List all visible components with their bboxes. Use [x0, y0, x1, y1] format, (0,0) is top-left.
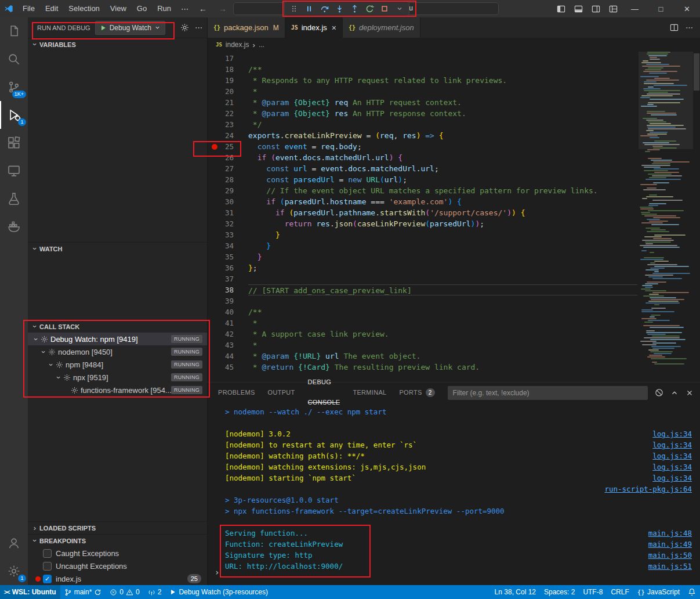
- git-branch-status[interactable]: main*: [60, 585, 106, 599]
- tab-terminal[interactable]: TERMINAL: [353, 383, 386, 403]
- debug-session-status[interactable]: Debug Watch (3p-resources): [165, 585, 272, 599]
- code-line[interactable]: 30 if (parsedUrl.hostname === 'example.c…: [208, 196, 700, 207]
- code-line[interactable]: 36};: [208, 262, 700, 273]
- tab-ports[interactable]: PORTS2: [399, 383, 434, 403]
- code-line[interactable]: 27 const url = event.docs.matchedUrl.url…: [208, 163, 700, 174]
- code-line[interactable]: 24exports.createLinkPreview = (req, res)…: [208, 130, 700, 141]
- line-gutter[interactable]: 44: [208, 351, 248, 362]
- more-actions-icon[interactable]: ⋯: [195, 23, 202, 32]
- code-line[interactable]: 33 }: [208, 229, 700, 240]
- more-menus-icon[interactable]: ⋯: [176, 5, 193, 13]
- line-gutter[interactable]: 24: [208, 130, 248, 141]
- forwarded-ports-status[interactable]: 2: [144, 585, 166, 599]
- console-source-link[interactable]: main.js:50: [648, 550, 692, 561]
- step-over-icon[interactable]: [317, 2, 331, 15]
- callstack-item[interactable]: ›npm [9484]RUNNING: [28, 358, 207, 371]
- pause-icon[interactable]: [302, 2, 316, 15]
- breadcrumb-file[interactable]: index.js: [226, 41, 249, 49]
- clear-console-icon[interactable]: [655, 388, 663, 397]
- cursor-position[interactable]: Ln 38, Col 12: [491, 585, 540, 599]
- console-input-chevron-icon[interactable]: ›: [215, 568, 219, 577]
- line-gutter[interactable]: 32: [208, 218, 248, 229]
- code-line[interactable]: 25 const event = req.body;: [208, 141, 700, 152]
- code-line[interactable]: 45 * @return {!Card} The resulting previ…: [208, 362, 700, 373]
- toggle-panel-icon[interactable]: [570, 0, 587, 17]
- maximize-panel-icon[interactable]: [670, 389, 679, 397]
- code-line[interactable]: 37: [208, 273, 700, 284]
- line-gutter[interactable]: 29: [208, 185, 248, 196]
- line-gutter[interactable]: 19: [208, 75, 248, 86]
- tab-package-json[interactable]: {} package.json M: [208, 17, 285, 38]
- line-gutter[interactable]: 31: [208, 207, 248, 218]
- console-source-link[interactable]: log.js:34: [652, 450, 692, 461]
- code-line[interactable]: 34 }: [208, 240, 700, 251]
- checkbox[interactable]: [43, 562, 52, 571]
- code-line[interactable]: 38// [START add_ons_case_preview_link]: [208, 284, 700, 295]
- code-line[interactable]: 29 // If the event object URL matches a …: [208, 185, 700, 196]
- code-line[interactable]: 21 * @param {Object} req An HTTP request…: [208, 97, 700, 108]
- code-line[interactable]: 39: [208, 295, 700, 306]
- stop-icon[interactable]: [378, 2, 391, 15]
- line-gutter[interactable]: 22: [208, 108, 248, 119]
- navigate-back-icon[interactable]: ←: [193, 4, 213, 13]
- code-line[interactable]: 44 * @param {!URL} url The event object.: [208, 351, 700, 362]
- notifications-bell-icon[interactable]: [684, 585, 700, 599]
- tab-output[interactable]: OUTPUT: [268, 383, 295, 403]
- line-gutter[interactable]: 33: [208, 229, 248, 240]
- line-gutter[interactable]: 20: [208, 86, 248, 97]
- launch-config-dropdown[interactable]: Debug Watch: [95, 21, 165, 35]
- line-gutter[interactable]: 37: [208, 273, 248, 284]
- line-gutter[interactable]: 30: [208, 196, 248, 207]
- tab-debug-console[interactable]: DEBUG CONSOLE: [308, 383, 340, 403]
- section-loaded-scripts[interactable]: › LOADED SCRIPTS: [28, 521, 207, 534]
- minimap[interactable]: [639, 52, 693, 382]
- remote-explorer-icon[interactable]: [0, 157, 28, 185]
- console-source-link[interactable]: log.js:34: [652, 461, 692, 472]
- open-launch-json-gear-icon[interactable]: [180, 23, 189, 32]
- tab-problems[interactable]: PROBLEMS: [218, 383, 255, 403]
- code-line[interactable]: 22 * @param {Object} res An HTTP respons…: [208, 108, 700, 119]
- code-line[interactable]: 31 if (parsedUrl.pathname.startsWith('/s…: [208, 207, 700, 218]
- line-gutter[interactable]: 35: [208, 251, 248, 262]
- checkbox[interactable]: ✓: [43, 575, 52, 583]
- console-source-link[interactable]: main.js:48: [648, 528, 692, 539]
- menu-view[interactable]: View: [105, 0, 132, 17]
- language-status[interactable]: {} JavaScript: [633, 585, 684, 599]
- line-gutter[interactable]: 36: [208, 262, 248, 273]
- code-line[interactable]: 40/**: [208, 306, 700, 317]
- callstack-item[interactable]: ›nodemon [9450]RUNNING: [28, 345, 207, 358]
- section-variables[interactable]: › VARIABLES: [28, 38, 207, 50]
- encoding-status[interactable]: UTF-8: [579, 585, 607, 599]
- line-gutter[interactable]: 27: [208, 163, 248, 174]
- run-and-debug-icon[interactable]: 1: [0, 101, 28, 129]
- accounts-icon[interactable]: [0, 529, 28, 557]
- step-into-icon[interactable]: [332, 2, 346, 15]
- code-line[interactable]: 41 *: [208, 317, 700, 329]
- console-source-link[interactable]: log.js:34: [652, 428, 692, 439]
- testing-icon[interactable]: [0, 185, 28, 212]
- console-source-link[interactable]: log.js:34: [652, 472, 692, 483]
- code-line[interactable]: 28 const parsedUrl = new URL(url);: [208, 174, 700, 185]
- code-line[interactable]: 17: [208, 53, 700, 64]
- line-gutter[interactable]: 39: [208, 295, 248, 306]
- callstack-item[interactable]: ›Debug Watch: npm [9419]RUNNING: [28, 333, 207, 345]
- menu-selection[interactable]: Selection: [63, 0, 104, 17]
- debug-console-output[interactable]: > nodemon --watch ./ --exec npm start[no…: [208, 403, 700, 585]
- code-line[interactable]: 43 *: [208, 340, 700, 351]
- code-line[interactable]: 42 * A support case link preview.: [208, 329, 700, 340]
- console-source-link[interactable]: run-script-pkg.js:64: [604, 483, 692, 495]
- console-source-link[interactable]: main.js:51: [648, 561, 692, 572]
- line-gutter[interactable]: 42: [208, 329, 248, 340]
- code-line[interactable]: 18/**: [208, 64, 700, 75]
- settings-gear-icon[interactable]: 1: [0, 557, 28, 585]
- line-gutter[interactable]: 18: [208, 64, 248, 75]
- breadcrumb[interactable]: JS index.js › ...: [208, 38, 700, 52]
- search-icon[interactable]: [0, 45, 28, 73]
- breakpoint-item[interactable]: Uncaught Exceptions: [28, 560, 207, 572]
- checkbox[interactable]: [43, 549, 52, 558]
- more-actions-icon[interactable]: ⋯: [686, 23, 693, 32]
- breakpoint-item[interactable]: Caught Exceptions: [28, 547, 207, 560]
- line-gutter[interactable]: 17: [208, 53, 248, 64]
- line-gutter[interactable]: 23: [208, 119, 248, 130]
- tab-deployment-json[interactable]: {} deployment.json: [343, 17, 420, 38]
